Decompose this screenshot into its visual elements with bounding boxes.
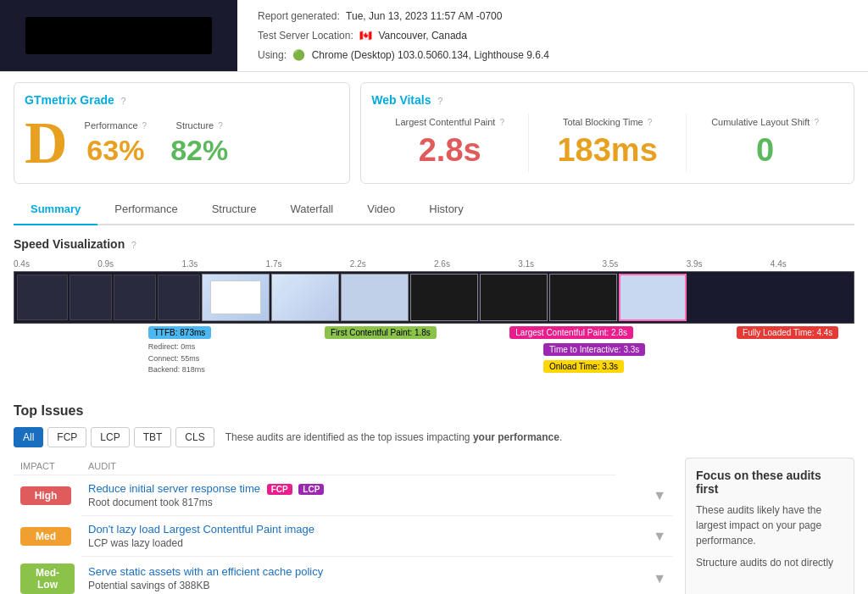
high-impact-badge: High [20, 486, 71, 505]
structure-metric: Structure ? 82% [170, 120, 228, 167]
ruler-mark-4: 1.7s [266, 259, 350, 269]
expand-arrow-1[interactable]: ▼ [653, 488, 666, 502]
expand-arrow-2[interactable]: ▼ [653, 529, 666, 543]
expand-cell-2[interactable]: ▼ [615, 516, 673, 557]
issues-table: IMPACT AUDIT High Reduce init [14, 458, 673, 594]
filter-all-button[interactable]: All [14, 427, 43, 447]
speed-vis-help-icon[interactable]: ? [131, 240, 136, 250]
screenshot-strip [14, 271, 854, 324]
lcp-help-icon[interactable]: ? [499, 118, 504, 127]
filter-fcp-button[interactable]: FCP [47, 427, 86, 447]
fcp-marker: First Contentful Paint: 1.8s [325, 325, 437, 339]
ruler-mark-3: 1.3s [181, 259, 265, 269]
tab-history[interactable]: History [412, 194, 480, 225]
ruler-mark-10: 4.4s [771, 259, 854, 269]
cls-vital: Cumulative Layout Shift ? 0 [687, 114, 843, 172]
logo-area [0, 0, 237, 71]
flag-icon: 🇨🇦 [359, 30, 372, 42]
web-vitals-box: Web Vitals ? Largest Contentful Paint ? … [360, 82, 854, 184]
report-label: Report generated: [258, 10, 340, 22]
tabs-bar: Summary Performance Structure Waterfall … [14, 194, 854, 225]
chrome-icon: 🟢 [292, 49, 305, 61]
lcp-label: Largest Contentful Paint [395, 117, 495, 127]
audit-desc-2: LCP was lazy loaded [88, 537, 609, 549]
expand-cell-1[interactable]: ▼ [615, 475, 673, 516]
structure-help-icon[interactable]: ? [218, 121, 223, 130]
audit-link-3[interactable]: Serve static assets with an efficient ca… [88, 565, 323, 578]
table-row: High Reduce initial server response time… [14, 475, 673, 516]
speed-vis-title: Speed Visualization [14, 237, 125, 251]
web-vitals-help-icon[interactable]: ? [437, 96, 442, 106]
screenshot-3 [341, 274, 409, 321]
tbt-help-icon[interactable]: ? [648, 118, 653, 127]
lcp-tag-1: LCP [298, 484, 324, 495]
ruler-mark-8: 3.5s [602, 259, 686, 269]
cls-value: 0 [693, 132, 837, 169]
focus-panel-title: Focus on these audits first [696, 469, 843, 496]
screenshot-empty-2 [70, 275, 112, 320]
ruler-mark-5: 2.2s [350, 259, 434, 269]
structure-value: 82% [170, 134, 228, 167]
issues-layout: IMPACT AUDIT High Reduce init [14, 458, 854, 594]
screenshot-7 [619, 274, 687, 321]
ruler-mark-2: 0.9s [97, 259, 181, 269]
tab-performance[interactable]: Performance [97, 194, 194, 225]
filter-bar: All FCP LCP TBT CLS These audits are ide… [14, 427, 854, 447]
performance-metric: Performance ? 63% [85, 120, 147, 167]
audit-link-1[interactable]: Reduce initial server response time [88, 482, 260, 495]
timeline-ruler: 0.4s 0.9s 1.3s 1.7s 2.2s 2.6s 3.1s 3.5s … [14, 259, 854, 269]
tab-summary[interactable]: Summary [14, 194, 97, 225]
audit-cell-3: Serve static assets with an efficient ca… [81, 557, 615, 594]
ruler-mark-6: 2.6s [434, 259, 518, 269]
focus-panel: Focus on these audits first These audits… [685, 458, 854, 594]
screenshot-2 [271, 274, 339, 321]
filter-lcp-button[interactable]: LCP [91, 427, 129, 447]
structure-label: Structure [176, 120, 214, 130]
med-impact-badge: Med [20, 527, 71, 546]
logo-placeholder [25, 17, 212, 54]
gtmetrix-grade-title: GTmetrix Grade [25, 93, 114, 107]
ruler-mark-1: 0.4s [14, 259, 97, 269]
screenshot-empty-1 [17, 275, 68, 320]
tab-structure[interactable]: Structure [195, 194, 274, 225]
ttfb-marker: TTFB: 873ms Redirect: 0msConnect: 55msBa… [148, 325, 212, 376]
impact-cell-high: High [14, 475, 81, 516]
audit-cell-1: Reduce initial server response time FCP … [81, 475, 615, 516]
impact-col-header: IMPACT [14, 458, 81, 475]
audit-link-2[interactable]: Don't lazy load Largest Contentful Paint… [88, 523, 314, 536]
flt-marker: Fully Loaded Time: 4.4s [737, 325, 838, 339]
top-issues-section: Top Issues All FCP LCP TBT CLS These aud… [14, 403, 854, 594]
audit-col-header: AUDIT [81, 458, 615, 475]
screenshot-5 [480, 274, 548, 321]
report-date: Tue, Jun 13, 2023 11:57 AM -0700 [346, 10, 502, 22]
tbt-vital: Total Blocking Time ? 183ms [529, 114, 687, 172]
speed-visualization-section: Speed Visualization ? 0.4s 0.9s 1.3s 1.7… [14, 237, 854, 393]
web-vitals-title: Web Vitals [371, 93, 431, 107]
expand-arrow-3[interactable]: ▼ [653, 571, 666, 586]
lcp-marker: Largest Contentful Paint: 2.8s [509, 325, 633, 339]
tab-video[interactable]: Video [350, 194, 412, 225]
ttfb-detail: Redirect: 0msConnect: 55msBackend: 818ms [148, 341, 212, 376]
performance-help-icon[interactable]: ? [142, 121, 147, 130]
filter-cls-button[interactable]: CLS [175, 427, 214, 447]
expand-cell-3[interactable]: ▼ [615, 557, 673, 594]
cls-label: Cumulative Layout Shift [711, 117, 810, 127]
screenshot-1 [202, 274, 270, 321]
performance-label: Performance [85, 120, 138, 130]
screenshot-empty-4 [158, 275, 200, 320]
gtmetrix-help-icon[interactable]: ? [120, 96, 125, 106]
performance-value: 63% [85, 134, 147, 167]
tab-waterfall[interactable]: Waterfall [273, 194, 350, 225]
using-label: Using: [258, 49, 287, 61]
screenshot-4 [410, 274, 478, 321]
timeline-markers: TTFB: 873ms Redirect: 0msConnect: 55msBa… [14, 325, 854, 393]
filter-tbt-button[interactable]: TBT [134, 427, 172, 447]
audit-cell-2: Don't lazy load Largest Contentful Paint… [81, 516, 615, 557]
issues-table-container: IMPACT AUDIT High Reduce init [14, 458, 673, 594]
cls-help-icon[interactable]: ? [814, 118, 819, 127]
screenshot-empty-3 [114, 275, 156, 320]
focus-panel-text-2: Structure audits do not directly [696, 555, 843, 570]
fcp-tag-1: FCP [267, 484, 292, 495]
onload-marker: Onload Time: 3.3s [543, 359, 624, 373]
gtmetrix-grade-box: GTmetrix Grade ? D Performance ? 63% Str… [14, 82, 350, 184]
